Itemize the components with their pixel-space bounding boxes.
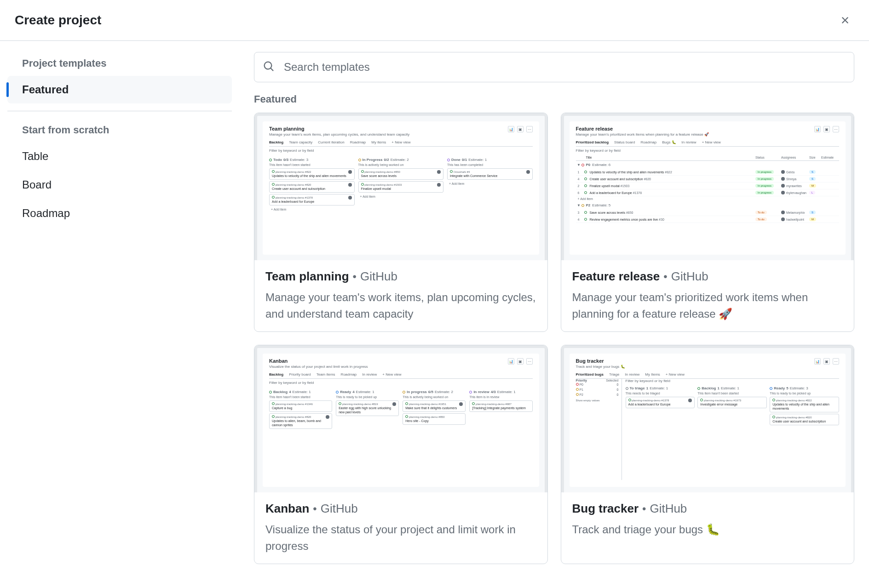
row-id: #820 (644, 177, 651, 181)
group-header: P2 (586, 203, 591, 207)
item-meta: planning-tracking-demo #822 (776, 399, 812, 402)
chart-icon: 📊 (508, 126, 514, 132)
close-button[interactable] (836, 11, 854, 29)
template-card-kanban[interactable]: 📊 ▣ ⋯ Kanban Visualize the status of you… (254, 345, 548, 564)
assignee: rbylervaughan (786, 191, 806, 194)
assignee: Shreya (786, 177, 796, 181)
thumb-tab: Roadmap (350, 140, 366, 144)
sidebar-item-label: Board (22, 178, 52, 191)
add-item: + Add item (576, 196, 840, 201)
thumb-subtitle: Track and triage your bugs 🐛 (576, 365, 840, 369)
sidebar-item-roadmap[interactable]: Roadmap (7, 200, 232, 227)
item-meta: planning-tracking-demo #1503 (364, 183, 402, 186)
row-title: Finalize upsell modal (590, 184, 620, 188)
col-name: Todo (273, 158, 282, 162)
size-pill: L (809, 191, 815, 194)
sidebar-item-table[interactable]: Table (7, 143, 232, 170)
template-author: GitHub (360, 269, 397, 284)
thumb-tab: Bugs 🐛 (662, 140, 676, 144)
dialog-body: Project templates Featured Start from sc… (0, 41, 869, 588)
thumb-tab: Prioritized bugs (576, 372, 604, 377)
thumb-tab: Prioritized backlog (576, 140, 609, 144)
sidebar-divider (7, 111, 232, 111)
panel-icon: ▣ (517, 126, 524, 132)
template-author: GitHub (650, 502, 687, 516)
item-title: Create user account and subscription (772, 419, 836, 423)
col-est: Estimate: 1 (650, 386, 668, 390)
template-description: Manage your team's work items, plan upco… (265, 289, 536, 322)
templates-grid: 📊 ▣ ⋯ Team planning Manage your team's w… (254, 113, 854, 564)
col-sub: This needs to be triaged (626, 392, 695, 395)
col-name: Backlog (273, 390, 288, 394)
template-info: Bug tracker • GitHub Track and triage yo… (561, 492, 854, 547)
item-title: Updates to alien, beam, bomb and cannon … (272, 419, 329, 427)
col-count: 5 (786, 386, 788, 390)
side-count: 0 (617, 388, 619, 391)
thumb-tabs: Backlog Priority board Team items Roadma… (269, 372, 533, 379)
template-info: Team planning • GitHub Manage your team'… (254, 260, 547, 331)
item-title: Investigate error message (700, 402, 764, 406)
col-count: 0/3 (283, 158, 288, 162)
col-name: In progress (407, 390, 427, 394)
add-item: + Add item (358, 194, 444, 199)
template-thumbnail: 📊 ▣ ⋯ Team planning Manage your team's w… (254, 113, 547, 260)
thumb-tab: Current iteration (318, 140, 344, 144)
group-est: Estimate: 6 (592, 163, 610, 167)
sidebar-item-board[interactable]: Board (7, 171, 232, 199)
thumb-tab: Roadmap (341, 372, 357, 377)
side-label: P0 (579, 383, 583, 386)
col-sub: This item hasn't been started (269, 395, 332, 399)
col-count: 0/2 (384, 158, 389, 162)
search-input[interactable] (254, 52, 854, 82)
thumb-filter: Filter by keyword or by field (576, 147, 840, 154)
menu-icon: ⋯ (833, 358, 839, 365)
col-name: Backlog (702, 386, 716, 390)
item-title: Easter egg with high score unlocking new… (339, 406, 396, 414)
row-n: 2 (578, 184, 581, 188)
row-title: Create user account and subscription (590, 177, 643, 181)
item-meta: Octoshark #4 (454, 171, 470, 173)
col-count: 1 (646, 386, 648, 390)
col-name: Done (451, 158, 460, 162)
item-meta: planning-tracking-demo #1973 (704, 399, 741, 402)
item-title: Hero site - Copy (405, 419, 463, 423)
thumb-tab: Team items (317, 372, 335, 377)
item-meta: planning-tracking-demo #820 (776, 416, 812, 419)
col-sub: This is ready to be picked up (336, 395, 399, 399)
row-n: 4 (578, 177, 581, 181)
panel-icon: ▣ (823, 126, 830, 132)
side-count: 0 (617, 393, 619, 396)
sidebar-section-scratch: Start from scratch (7, 119, 232, 142)
row-n: 1 (578, 171, 581, 174)
col-count: 0/1 (462, 158, 467, 162)
template-description: Manage your team's prioritized work item… (572, 289, 843, 322)
thumb-tab: In review (625, 372, 639, 377)
size-pill: S (809, 177, 816, 181)
dialog-title: Create project (15, 13, 101, 28)
template-card-feature-release[interactable]: 📊 ▣ ⋯ Feature release Manage your team's… (561, 113, 855, 332)
thumb-tab: Priority board (289, 372, 311, 377)
item-title: Create user account and subscription (272, 187, 352, 191)
thumb-filter: Filter by keyword or by field (269, 147, 533, 154)
template-name: Kanban (265, 502, 309, 516)
template-card-bug-tracker[interactable]: 📊 ▣ ⋯ Bug tracker Track and triage your … (561, 345, 855, 564)
row-title: Save score across levels (590, 211, 625, 214)
template-card-team-planning[interactable]: 📊 ▣ ⋯ Team planning Manage your team's w… (254, 113, 548, 332)
col-est: Estimate: 2 (435, 390, 453, 394)
template-thumbnail: 📊 ▣ ⋯ Kanban Visualize the status of you… (254, 345, 547, 492)
item-title: Updates to velocity of the ship and alie… (772, 402, 836, 411)
dialog-header: Create project (0, 0, 869, 41)
item-meta: planning-tracking-demo #1346 (276, 403, 313, 405)
side-header: Priority (576, 379, 587, 382)
template-info: Feature release • GitHub Manage your tea… (561, 260, 854, 331)
col-name: In Progress (363, 158, 383, 162)
col-est: Estimate: 1 (468, 158, 487, 162)
sidebar-section-templates: Project templates (7, 52, 232, 75)
status-pill: To do (755, 217, 767, 221)
thumb-tab: Status board (614, 140, 635, 144)
assignee: hadwellpoint (786, 218, 804, 221)
sidebar-item-featured[interactable]: Featured (7, 76, 232, 103)
item-meta: planning-tracking-demo #820 (276, 416, 311, 418)
item-title: Integrate with Commerce Service (450, 174, 530, 178)
template-name: Team planning (265, 269, 349, 284)
